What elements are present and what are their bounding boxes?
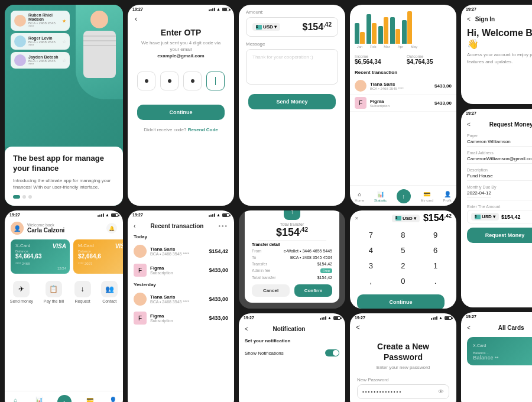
trans-sub-today-1: BCA • 2468 3545 **** bbox=[150, 252, 205, 256]
hero-trans-sub-1: BCA • 2468 3545 **** bbox=[28, 21, 60, 28]
dash-nav-card[interactable]: 💳 My card bbox=[84, 397, 96, 403]
stats-bottom-nav: ⌂ Home 📊 Statistic ↑ 💳 My card 👤 Profit bbox=[350, 185, 456, 206]
transfer-sheet: ↑ Total transfer $154,42 Transfer detail… bbox=[245, 210, 339, 303]
stats-recent-title: Recent transaction bbox=[350, 70, 456, 77]
cancel-button[interactable]: Cancel bbox=[252, 284, 290, 297]
resend-link[interactable]: Resend Code bbox=[188, 127, 218, 132]
back-icon-otp[interactable]: ‹ bbox=[135, 15, 137, 23]
numpad-3[interactable]: 3 bbox=[362, 259, 379, 272]
center-circle-dash[interactable]: ↑ bbox=[57, 395, 72, 402]
signal-bar-2 bbox=[210, 9, 212, 11]
new-pw-input[interactable]: •••••••••••••• 👁 bbox=[357, 384, 449, 399]
dash-nav-stat[interactable]: 📊 Statistic bbox=[33, 397, 45, 403]
message-placeholder: Thank for your cooperation :) bbox=[252, 54, 313, 60]
numpad-row-4: , 0 . bbox=[355, 274, 452, 287]
signal-pw bbox=[431, 316, 437, 320]
dash-name: Carla Calzoni bbox=[27, 227, 64, 234]
stats-trans-sub-1: BCA • 2468 3545 **** bbox=[370, 87, 431, 90]
bell-icon[interactable]: 🔔 bbox=[106, 223, 117, 234]
dash-nav-center[interactable]: ↑ bbox=[57, 395, 72, 402]
battery-recent bbox=[222, 213, 229, 217]
otp-digit-1[interactable] bbox=[137, 72, 155, 90]
numpad-9[interactable]: 9 bbox=[427, 228, 444, 241]
numpad-continue[interactable]: Continue bbox=[357, 294, 445, 309]
nav-profit[interactable]: 👤 Profit bbox=[443, 191, 452, 202]
numpad-5[interactable]: 5 bbox=[395, 244, 411, 257]
bill-label: Pay the bill bbox=[44, 299, 64, 303]
back-icon-recent[interactable]: ‹ bbox=[134, 223, 135, 229]
action-bill[interactable]: 📋 Pay the bill bbox=[44, 281, 64, 303]
action-contact[interactable]: 👥 Contact bbox=[101, 281, 118, 303]
otp-digit-2[interactable] bbox=[160, 72, 179, 90]
numpad-8[interactable]: 8 bbox=[395, 228, 411, 241]
battery-dash bbox=[111, 213, 118, 217]
signal-bar-3 bbox=[212, 8, 213, 11]
dash-nav-profit[interactable]: 👤 Profit bbox=[109, 397, 117, 403]
hero-trans-info-2: Roger Levin BCA • 2468 3545 **** bbox=[28, 36, 60, 47]
numpad-currency: USD bbox=[403, 216, 413, 221]
center-nav-circle[interactable]: ↑ bbox=[397, 189, 411, 203]
numpad-comma[interactable]: , bbox=[362, 274, 379, 287]
back-icon-signin[interactable]: < bbox=[467, 16, 471, 22]
income-label: Income bbox=[355, 54, 400, 59]
bar-jan bbox=[355, 23, 365, 44]
hero-dot-2[interactable] bbox=[22, 195, 26, 199]
hero-dot-1[interactable] bbox=[13, 195, 20, 199]
action-send[interactable]: ✈ Send money bbox=[10, 281, 33, 303]
message-input[interactable]: Thank for your cooperation :) bbox=[246, 49, 338, 85]
send-money-button[interactable]: Send Money bbox=[248, 94, 336, 109]
recent-more[interactable]: ••• bbox=[218, 223, 228, 229]
currency-req-selector[interactable]: $ USD ▾ bbox=[471, 213, 499, 221]
back-icon-allcards[interactable]: < bbox=[467, 325, 471, 331]
wifi-icon: ▲ bbox=[216, 7, 220, 11]
action-request[interactable]: ↓ Request bbox=[74, 281, 91, 303]
all-card-header-1: X-Card VISA bbox=[473, 342, 532, 349]
trans-amount-yest-1: $433,00 bbox=[209, 296, 228, 302]
numpad-6[interactable]: 6 bbox=[427, 244, 444, 257]
back-icon-notif[interactable]: < bbox=[245, 326, 248, 332]
continue-button[interactable]: Continue bbox=[137, 105, 225, 120]
currency-selector[interactable]: $ USD ▾ bbox=[252, 23, 280, 31]
nav-statistic[interactable]: 📊 Statistic bbox=[374, 191, 387, 202]
nav-mycard[interactable]: 💳 My card bbox=[421, 191, 433, 202]
signal-bar-4 bbox=[214, 8, 215, 11]
signal-notif bbox=[320, 316, 326, 320]
dash-nav-home[interactable]: ⌂ Home bbox=[11, 397, 20, 403]
back-icon-req[interactable]: < bbox=[467, 121, 471, 128]
trans-name-yest-1: Tiana Saris bbox=[150, 294, 205, 300]
hero-trans-sub-3: BCA • 2468 3545 **** bbox=[28, 59, 60, 66]
stats-outcome: Outcome $4,764,35 bbox=[407, 54, 452, 65]
confirm-button[interactable]: Confirm bbox=[294, 284, 332, 297]
numpad-0[interactable]: 0 bbox=[395, 274, 411, 287]
request-label: Request bbox=[75, 299, 90, 303]
amount-input[interactable]: $ USD ▾ $154,42 bbox=[246, 17, 338, 37]
notification-screen: 19:27 ▲ < Notification Set your notifica… bbox=[239, 313, 345, 402]
numpad-4[interactable]: 4 bbox=[362, 244, 379, 257]
fee-free-badge: Free bbox=[320, 268, 332, 273]
otp-digit-3[interactable] bbox=[183, 72, 202, 90]
back-icon-pw[interactable]: < bbox=[356, 323, 360, 332]
req-header: < Request Money ••• bbox=[461, 116, 532, 130]
xcard[interactable]: X-Card VISA Balance $4,664,63 **** 2468 … bbox=[11, 239, 70, 274]
time-dash: 19:27 bbox=[9, 213, 20, 217]
numpad-1[interactable]: 1 bbox=[427, 259, 444, 272]
signin-subtitle: Access your account to enjoy personalize… bbox=[461, 51, 532, 69]
otp-resend: Didn't receive code? Resend Code bbox=[128, 127, 234, 137]
hero-dot-3[interactable] bbox=[28, 195, 32, 199]
numpad-close[interactable]: ✕ bbox=[355, 216, 359, 221]
nav-home[interactable]: ⌂ Home bbox=[355, 191, 364, 202]
numpad-2[interactable]: 2 bbox=[395, 259, 411, 272]
numpad-currency-sel[interactable]: $ USD ▾ bbox=[392, 215, 420, 222]
numpad-7[interactable]: 7 bbox=[362, 228, 379, 241]
status-icons-dash: ▲ bbox=[98, 213, 118, 217]
hero-image-area: Ruben Rhiel Madsen BCA • 2468 3545 **** … bbox=[5, 5, 123, 147]
otp-digit-4[interactable] bbox=[206, 72, 225, 90]
mcard[interactable]: M-Card VISA Balance $2,664,6 **** 2027 bbox=[73, 239, 123, 274]
request-money-button[interactable]: Request Money bbox=[467, 228, 532, 243]
nav-center[interactable]: ↑ bbox=[397, 189, 411, 203]
eye-icon-1[interactable]: 👁 bbox=[438, 388, 444, 395]
req-title: Request Money bbox=[489, 121, 532, 128]
numpad-dot[interactable]: . bbox=[427, 274, 444, 287]
amount-req-input[interactable]: $ USD ▾ $154,42 bbox=[467, 210, 532, 223]
notif-toggle[interactable] bbox=[325, 349, 339, 356]
